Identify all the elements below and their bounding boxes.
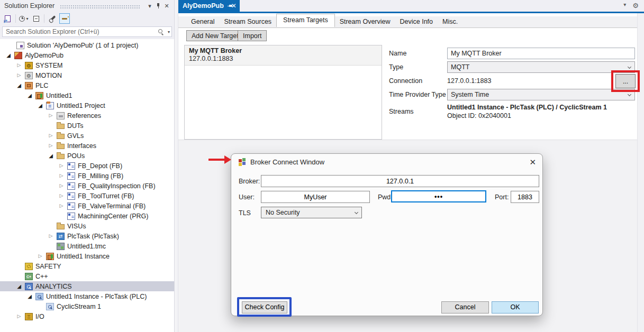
tabstrip-controls: ▾ ⚙ [623,2,639,10]
broker-connect-dialog: Broker Connect Window ✕ Broker: User: Pw… [231,153,543,316]
tree-expander[interactable]: ◢ [25,291,34,301]
tls-dropdown[interactable]: No Security [261,207,362,218]
chevron-down-icon [355,210,358,214]
tree-expander[interactable]: ▷ [15,70,23,80]
tree-item[interactable]: ◢AlyDemoPub [0,50,174,60]
tree-item[interactable]: ◢POUs [0,151,174,161]
dropdown-caret-icon: ▾ [26,16,28,21]
tree-item[interactable]: ▷MOTION [0,70,174,80]
tab-stream-targets[interactable]: Stream Targets [276,14,335,27]
dialog-titlebar[interactable]: Broker Connect Window ✕ [231,154,542,170]
sync-with-active-document-button[interactable] [2,13,13,24]
tab-device-info[interactable]: Device Info [395,16,438,27]
tree-expander[interactable]: ▷ [47,131,55,141]
tree-item[interactable]: ▷FB_Milling (FB) [0,171,174,181]
pending-changes-filter-button[interactable]: ▾ [19,13,29,24]
tree-expander[interactable]: ◢ [36,100,44,110]
tree-item[interactable]: ▷Interfaces [0,141,174,151]
pwd-input[interactable] [391,190,486,202]
tab-stream-overview[interactable]: Stream Overview [335,16,395,27]
folder-icon [57,224,65,229]
tree-expander[interactable]: ▷ [57,161,66,171]
tree-expander[interactable]: ◢ [4,50,13,60]
tree-expander[interactable]: ▷ [47,141,55,151]
search-dropdown-caret-icon[interactable]: ▾ [168,30,170,34]
tree-item[interactable]: ◢Untitled1 Instance - PlcTask (PLC) [0,291,174,301]
tree-item[interactable]: ◢ANALYTICS [0,281,174,291]
dialog-close-icon[interactable]: ✕ [529,158,536,166]
tree-expander[interactable]: ◢ [47,151,55,161]
tab-misc[interactable]: Misc. [438,16,462,27]
user-input[interactable] [261,191,370,203]
references-icon [57,112,65,119]
tree-item[interactable]: Untitled1.tmc [0,241,174,251]
tree-expander[interactable]: ◢ [15,80,23,90]
time-provider-dropdown[interactable]: System Time [447,89,635,100]
cancel-button[interactable]: Cancel [441,301,489,313]
tree-expander[interactable]: ▷ [47,110,55,121]
tree-item[interactable]: ▷SYSTEM [0,60,174,70]
properties-button[interactable] [47,13,58,24]
tab-list-chevron-icon[interactable]: ▾ [623,2,626,10]
tree-expander[interactable]: ▷ [15,311,23,321]
document-scrollbar[interactable] [637,13,644,332]
tree-item[interactable]: ◢Untitled1 [0,90,174,100]
tree-item[interactable]: Solution 'AlyDemoPub' (1 of 1 project) [0,40,174,50]
collapse-all-button[interactable] [31,13,41,24]
tree-item[interactable]: ▷FB_ValveTerminal (FB) [0,201,174,211]
search-input[interactable] [2,26,172,37]
ok-button[interactable]: OK [492,301,539,313]
import-button[interactable]: Import [238,30,267,41]
solution-explorer-toolbar: ▾ [0,12,174,25]
tree-item[interactable]: ▷FB_ToolTurret (FB) [0,191,174,201]
tree-item[interactable]: ◢Untitled1 Project [0,100,174,110]
preview-selected-items-button[interactable] [59,13,70,24]
tab-general[interactable]: General [186,16,219,27]
tree-item[interactable]: ▷FB_Depot (FB) [0,161,174,171]
pou-icon [67,172,75,180]
tree-expander[interactable]: ▷ [57,181,66,191]
target-list-item[interactable]: My MQTT Broker127.0.0.1:1883 [185,45,382,66]
tree-item[interactable]: ▷I/O [0,311,174,321]
tree-expander[interactable]: ▷ [57,191,66,201]
tree-expander[interactable]: ◢ [25,90,34,100]
add-new-target-button[interactable]: Add New Target [186,30,244,41]
tree-item[interactable]: VISUs [0,221,174,231]
tab-stream-sources[interactable]: Stream Sources [219,16,276,27]
tree-expander[interactable]: ▷ [36,251,44,261]
name-input[interactable] [447,48,635,59]
stream-tabs: GeneralStream SourcesStream TargetsStrea… [178,16,637,28]
pin-icon[interactable] [154,2,162,10]
tree-item[interactable]: ▷PlcTask (PlcTask) [0,231,174,241]
tree-expander[interactable]: ▷ [47,231,55,241]
tls-value: No Security [266,209,300,216]
tree-item[interactable]: ▷FB_QualityInspection (FB) [0,181,174,191]
motion-icon [25,72,33,79]
chevron-down-icon[interactable]: ▾ [146,2,154,10]
search-icon[interactable] [158,29,164,34]
tree-expander[interactable]: ▷ [57,171,66,181]
close-icon[interactable]: ✕ [162,2,171,10]
type-dropdown[interactable]: MQTT [447,61,635,73]
tree-item[interactable]: DUTs [0,121,174,131]
tree-expander[interactable]: ◢ [15,281,23,291]
tree-item[interactable]: CyclicStream 1 [0,301,174,311]
port-input[interactable] [511,191,539,203]
tree-expander[interactable]: ▷ [57,201,66,211]
broker-input[interactable] [261,175,539,187]
tree-item[interactable]: MachiningCenter (PRG) [0,211,174,221]
tree-expander[interactable]: ▷ [15,60,23,70]
gear-icon[interactable]: ⚙ [632,2,639,10]
document-tab-title: AlyDemoPub [183,2,224,10]
solution-explorer-scrollbar[interactable] [175,0,178,332]
tree-item[interactable]: C++ [0,271,174,281]
panel-titlebar: Solution Explorer ▾ ✕ [0,0,174,12]
tree-item[interactable]: ▷GVLs [0,131,174,141]
document-tab-alydemopub[interactable]: AlyDemoPub ✕ [178,0,240,12]
tree-item[interactable]: ▷Untitled1 Instance [0,251,174,261]
time-provider-type-label: Time Provider Type [389,91,446,98]
tree-item[interactable]: ▷References [0,110,174,121]
tree-item[interactable]: SAFETY [0,261,174,271]
twincat-window: Solution Explorer ▾ ✕ ▾ ▾ Solution [0,0,644,332]
tree-item[interactable]: ◢PLC [0,80,174,90]
